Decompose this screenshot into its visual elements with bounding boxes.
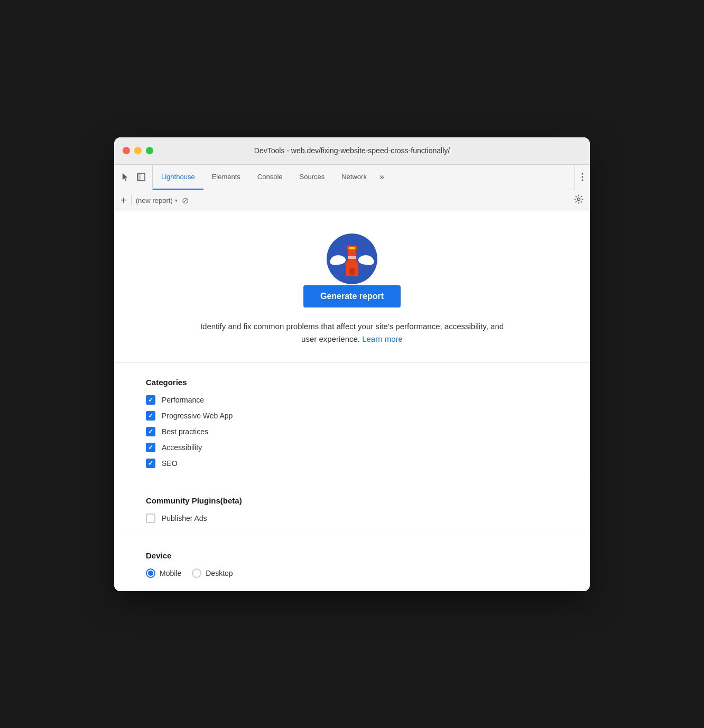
svg-rect-7 (348, 248, 356, 263)
maximize-button[interactable] (146, 147, 153, 154)
svg-rect-10 (348, 256, 356, 259)
title-bar: DevTools - web.dev/fixing-website-speed-… (114, 137, 590, 165)
svg-point-4 (582, 180, 583, 181)
category-seo: ✓ SEO (146, 459, 558, 468)
generate-report-button[interactable]: Generate report (303, 285, 401, 307)
seo-checkbox[interactable]: ✓ (146, 459, 155, 468)
tab-sources[interactable]: Sources (291, 165, 334, 190)
plugins-title: Community Plugins(beta) (146, 496, 558, 505)
more-tabs-button[interactable]: » (375, 165, 388, 190)
devtools-window: DevTools - web.dev/fixing-website-speed-… (114, 137, 590, 591)
device-desktop[interactable]: Desktop (192, 568, 233, 578)
device-section: Device Mobile Desktop (114, 536, 590, 591)
window-title: DevTools - web.dev/fixing-website-speed-… (254, 146, 450, 155)
mobile-radio-indicator (148, 571, 153, 576)
desktop-radio-button[interactable] (192, 568, 201, 578)
tab-network[interactable]: Network (333, 165, 375, 190)
tab-bar-right (575, 165, 586, 190)
publisher-ads-checkbox[interactable] (146, 514, 155, 523)
tab-list: Lighthouse Elements Console Sources Netw… (153, 165, 575, 190)
publisher-ads-label: Publisher Ads (162, 514, 207, 522)
report-selector[interactable]: (new report) ▾ (136, 197, 178, 204)
tab-bar-controls (118, 165, 153, 190)
main-content: Generate report Identify and fix common … (114, 211, 590, 591)
accessibility-label: Accessibility (162, 443, 202, 452)
toolbar: + (new report) ▾ ⊘ (114, 190, 590, 211)
settings-gear-icon[interactable] (574, 194, 583, 206)
device-mobile[interactable]: Mobile (146, 568, 181, 578)
learn-more-link[interactable]: Learn more (362, 334, 403, 343)
mobile-label: Mobile (160, 569, 181, 577)
svg-point-3 (582, 176, 583, 178)
best-practices-label: Best practices (162, 427, 208, 436)
toolbar-divider (131, 195, 132, 206)
close-button[interactable] (123, 147, 130, 154)
svg-rect-1 (137, 173, 141, 181)
tab-elements[interactable]: Elements (203, 165, 249, 190)
dropdown-arrow-icon: ▾ (175, 198, 178, 203)
category-accessibility: ✓ Accessibility (146, 443, 558, 452)
performance-label: Performance (162, 396, 204, 404)
tab-bar: Lighthouse Elements Console Sources Netw… (114, 165, 590, 190)
svg-rect-9 (349, 247, 355, 249)
add-report-button[interactable]: + (121, 195, 127, 206)
report-name: (new report) (136, 197, 173, 204)
plugins-section: Community Plugins(beta) Publisher Ads (114, 481, 590, 536)
description-text: Identify and fix common problems that af… (199, 320, 505, 346)
categories-section: Categories ✓ Performance ✓ Progressive W… (114, 363, 590, 481)
lighthouse-logo (326, 232, 378, 285)
mobile-radio-button[interactable] (146, 568, 155, 578)
category-pwa: ✓ Progressive Web App (146, 411, 558, 421)
plugin-publisher-ads: Publisher Ads (146, 514, 558, 523)
device-title: Device (146, 551, 558, 560)
pwa-checkbox[interactable]: ✓ (146, 411, 155, 421)
device-radio-group: Mobile Desktop (146, 568, 558, 578)
tab-console[interactable]: Console (249, 165, 291, 190)
pwa-label: Progressive Web App (162, 412, 233, 420)
svg-point-2 (582, 173, 583, 175)
svg-point-13 (330, 258, 340, 265)
categories-title: Categories (146, 378, 558, 387)
traffic-lights (123, 147, 153, 154)
performance-checkbox[interactable]: ✓ (146, 395, 155, 405)
accessibility-checkbox[interactable]: ✓ (146, 443, 155, 452)
kebab-menu-button[interactable] (579, 171, 586, 183)
category-performance: ✓ Performance (146, 395, 558, 405)
clear-report-icon[interactable]: ⊘ (182, 195, 189, 206)
tab-lighthouse[interactable]: Lighthouse (153, 165, 203, 190)
cursor-icon[interactable] (118, 170, 132, 184)
svg-rect-11 (349, 268, 355, 275)
desktop-label: Desktop (206, 569, 233, 577)
best-practices-checkbox[interactable]: ✓ (146, 427, 155, 436)
hero-section: Generate report Identify and fix common … (114, 211, 590, 363)
dock-icon[interactable] (134, 170, 148, 184)
seo-label: SEO (162, 459, 178, 468)
svg-point-15 (364, 258, 374, 265)
category-best-practices: ✓ Best practices (146, 427, 558, 436)
minimize-button[interactable] (134, 147, 142, 154)
